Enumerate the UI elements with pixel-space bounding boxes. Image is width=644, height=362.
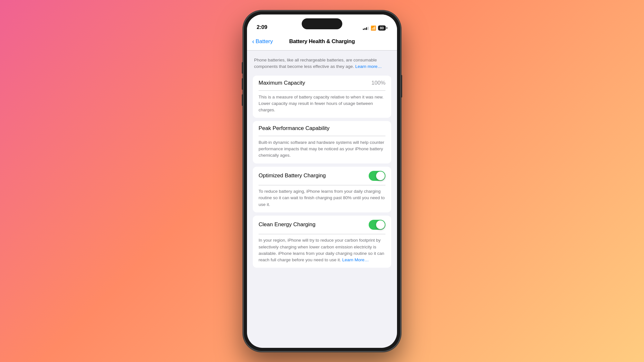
status-icons: 📶 80 xyxy=(363,25,387,31)
page-title: Battery Health & Charging xyxy=(289,38,355,45)
optimized-charging-card: Optimized Battery Charging To reduce bat… xyxy=(253,167,391,212)
screen: 2:09 📶 80 xyxy=(247,14,397,348)
clean-energy-row: Clean Energy Charging xyxy=(253,216,391,234)
battery-status-indicator: 80 xyxy=(378,25,387,31)
peak-performance-card: Peak Performance Capability Built-in dyn… xyxy=(253,121,391,163)
peak-performance-row: Peak Performance Capability xyxy=(253,121,391,136)
clean-energy-thumb xyxy=(376,220,385,229)
signal-bar-2 xyxy=(365,28,365,30)
clean-energy-label: Clean Energy Charging xyxy=(259,221,316,228)
maximum-capacity-row: Maximum Capacity 100% xyxy=(253,76,391,90)
navigation-bar: ‹ Battery Battery Health & Charging xyxy=(247,33,397,51)
clean-energy-card: Clean Energy Charging In your region, iP… xyxy=(253,216,391,268)
optimized-charging-description: To reduce battery aging, iPhone learns f… xyxy=(253,185,391,212)
optimized-charging-thumb xyxy=(376,172,385,180)
optimized-charging-toggle[interactable] xyxy=(369,171,385,181)
peak-performance-description: Built-in dynamic software and hardware s… xyxy=(253,136,391,163)
clean-energy-learn-more[interactable]: Learn More… xyxy=(342,257,369,262)
chevron-left-icon: ‹ xyxy=(252,38,254,45)
content-area: Phone batteries, like all rechargeable b… xyxy=(247,51,397,348)
signal-icon xyxy=(363,26,369,30)
signal-bar-1 xyxy=(363,29,364,30)
signal-bar-4 xyxy=(368,27,369,30)
learn-more-link[interactable]: Learn more… xyxy=(355,64,382,69)
maximum-capacity-value: 100% xyxy=(372,80,385,86)
wifi-icon: 📶 xyxy=(371,25,376,31)
clean-energy-track[interactable] xyxy=(369,220,385,230)
optimized-charging-track[interactable] xyxy=(369,171,385,181)
back-button[interactable]: ‹ Battery xyxy=(252,38,273,45)
battery-tip xyxy=(386,27,387,29)
optimized-charging-row: Optimized Battery Charging xyxy=(253,167,391,185)
optimized-charging-label: Optimized Battery Charging xyxy=(259,172,326,179)
maximum-capacity-description: This is a measure of battery capacity re… xyxy=(253,91,391,118)
battery-level: 80 xyxy=(380,26,384,30)
back-label: Battery xyxy=(256,38,273,45)
dynamic-island xyxy=(302,18,342,29)
battery-pill: 80 xyxy=(378,25,386,31)
phone-device: 2:09 📶 80 xyxy=(243,11,401,352)
clean-energy-toggle[interactable] xyxy=(369,220,385,230)
status-time: 2:09 xyxy=(257,24,267,31)
signal-bar-3 xyxy=(366,27,367,30)
maximum-capacity-card: Maximum Capacity 100% This is a measure … xyxy=(253,76,391,118)
maximum-capacity-label: Maximum Capacity xyxy=(259,80,305,86)
intro-text: Phone batteries, like all rechargeable b… xyxy=(253,56,391,76)
clean-energy-description: In your region, iPhone will try to reduc… xyxy=(253,234,391,268)
peak-performance-label: Peak Performance Capability xyxy=(259,125,329,132)
